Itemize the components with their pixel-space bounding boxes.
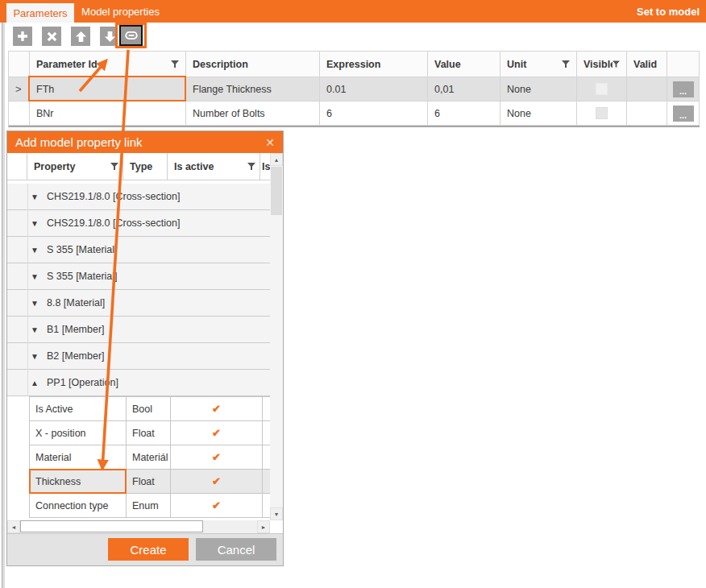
tab-model-properties[interactable]: Model properties [74,0,167,23]
column-header-value[interactable]: Value [428,52,500,77]
column-header-parameter-id[interactable]: Parameter Id [30,52,186,77]
column-header-label: Property [34,161,75,172]
more-options-button[interactable]: ... [673,81,694,97]
set-to-model-button[interactable]: Set to model [637,0,700,23]
expression-cell[interactable]: 6 [320,101,428,126]
scroll-up-button[interactable]: ▲ [270,153,283,166]
column-header-is-truncated[interactable]: Is [260,153,270,180]
group-label: S 355 [Material] [47,271,118,282]
actions-cell: ... [667,101,700,126]
parameters-table: Parameter Id Description Expression Valu… [8,51,700,127]
filter-icon[interactable] [171,60,179,68]
move-up-button[interactable] [71,27,90,46]
column-header-expression[interactable]: Expression [320,52,428,77]
group-row-b2-member[interactable]: ▼ B2 [Member] [7,343,270,370]
type-cell: Enum [127,494,171,518]
property-cell[interactable]: Material [30,445,127,470]
delete-parameter-button[interactable] [42,27,61,46]
collapse-triangle-icon: ▼ [31,246,39,255]
is-active-cell[interactable]: ✔ [171,421,263,445]
is-active-cell[interactable]: ✔ [171,470,263,494]
column-header-is-active[interactable]: Is active [168,153,260,180]
column-header-label: Is active [174,161,214,172]
column-header-valid[interactable]: Valid [627,52,667,77]
add-parameter-button[interactable] [13,27,32,46]
column-header-selector [7,153,27,180]
group-selector-divider [27,184,28,396]
create-button[interactable]: Create [108,538,189,561]
description-cell[interactable]: Number of Bolts [186,101,320,126]
vertical-scrollbar-thumb[interactable] [271,167,282,215]
unit-cell[interactable]: None [500,101,577,126]
group-row-b1-member[interactable]: ▼ B1 [Member] [7,317,270,343]
group-row-s355-1[interactable]: ▼ S 355 [Material] [7,237,270,263]
filter-icon[interactable] [613,60,620,68]
is-active-cell[interactable]: ✔ [171,445,263,470]
visible-checkbox[interactable] [596,107,608,119]
scroll-down-button[interactable]: ▼ [270,507,283,520]
column-header-actions [667,52,700,77]
column-header-type[interactable]: Type [123,153,168,180]
expression-cell[interactable]: 0.01 [320,77,428,101]
column-header-description[interactable]: Description [186,52,320,77]
property-cell-thickness[interactable]: Thickness [30,470,127,494]
value-cell[interactable]: 0,01 [428,77,500,101]
move-up-icon [75,31,87,43]
expand-triangle-icon: ▲ [31,379,39,387]
check-icon: ✔ [212,427,221,439]
close-icon[interactable]: ✕ [265,131,275,153]
horizontal-scrollbar-thumb[interactable] [20,520,203,532]
row-selector-cell[interactable] [9,101,30,126]
visible-checkbox-cell[interactable] [577,101,627,126]
property-cell[interactable]: Is Active [30,397,127,421]
column-header-label: Value [434,59,461,70]
visible-checkbox-cell[interactable] [577,77,627,101]
property-group-list: ▼ CHS219.1/8.0 [Cross-section] ▼ CHS219.… [7,184,270,396]
cancel-button[interactable]: Cancel [196,538,276,561]
property-cell[interactable]: X - position [30,421,127,445]
description-cell[interactable]: Flange Thickness [186,77,320,101]
group-row-chs-2[interactable]: ▼ CHS219.1/8.0 [Cross-section] [7,210,270,237]
group-row-88-material[interactable]: ▼ 8.8 [Material] [7,290,270,317]
collapse-triangle-icon: ▼ [31,352,39,361]
dialog-title: Add model property link [15,135,143,149]
dialog-vertical-scrollbar[interactable]: ▲ ▼ [270,153,283,520]
is-active-cell[interactable]: ✔ [171,494,263,518]
column-header-property[interactable]: Property [27,153,123,180]
parameter-id-cell[interactable]: BNr [30,101,186,126]
column-header-label: Visible [583,59,613,70]
tab-parameters[interactable]: Parameters [6,3,74,23]
collapse-triangle-icon: ▼ [31,325,39,334]
group-row-s355-2[interactable]: ▼ S 355 [Material] [7,263,270,290]
column-header-label: Parameter Id [36,59,98,70]
filter-icon[interactable] [247,163,255,171]
group-label: B1 [Member] [47,324,105,335]
property-cell[interactable]: Connection type [30,494,127,518]
group-row-chs-1[interactable]: ▼ CHS219.1/8.0 [Cross-section] [7,184,270,210]
column-header-visible[interactable]: Visible [577,52,627,77]
column-header-label: Description [193,59,248,70]
column-header-selector [9,52,30,77]
column-header-label: Valid [633,59,657,70]
filter-icon[interactable] [110,163,118,171]
more-options-button[interactable]: ... [673,106,694,122]
check-icon: ✔ [212,451,221,463]
visible-checkbox[interactable] [596,83,608,95]
valid-cell [627,101,667,126]
is-active-cell[interactable]: ✔ [171,397,263,421]
scroll-left-button[interactable]: ◄ [7,520,20,533]
dialog-horizontal-scrollbar[interactable]: ◄ ► [7,520,270,533]
group-row-pp1-operation[interactable]: ▲ PP1 [Operation] [7,370,270,396]
row-selector-cell[interactable]: > [9,77,30,101]
check-icon: ✔ [212,499,221,511]
parameter-id-cell[interactable]: FTh [30,77,186,101]
group-label: S 355 [Material] [47,244,118,255]
column-header-unit[interactable]: Unit [500,52,577,77]
delete-icon [46,31,58,43]
filter-icon[interactable] [562,60,570,68]
scroll-right-icon: ► [261,524,267,530]
unit-cell[interactable]: None [500,77,577,101]
link-parameter-button[interactable] [119,25,143,46]
scroll-right-button[interactable]: ► [257,520,270,533]
value-cell[interactable]: 6 [428,101,500,126]
